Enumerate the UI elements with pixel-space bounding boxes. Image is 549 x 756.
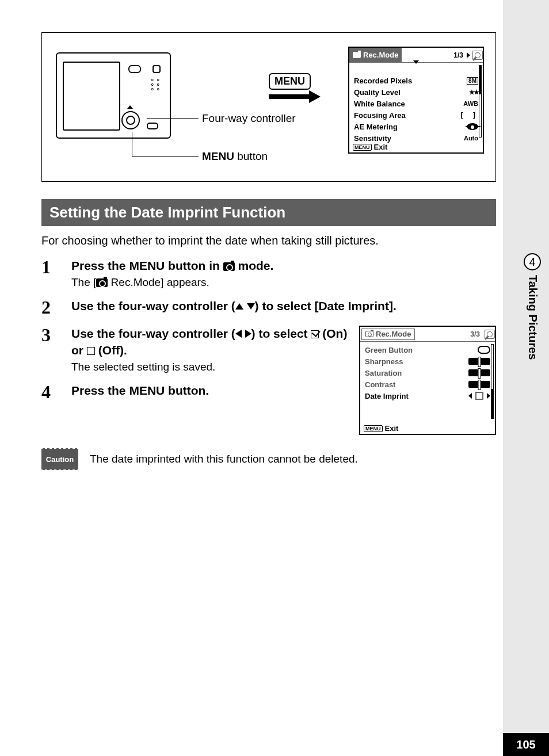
text: Rec.Mode] appears. [108, 276, 209, 288]
step-3: 3 Use the four-way controller ( ) to sel… [41, 326, 348, 373]
step-title: Press the MENU button. [71, 383, 348, 399]
lcd-tab-title: Rec.Mode [363, 51, 398, 59]
chevron-down-icon [413, 60, 419, 72]
text: Press the [71, 384, 129, 397]
label: AE Metering [354, 123, 398, 131]
menu-row-sharpness: Sharpness [365, 356, 490, 367]
lcd-tab-recmode: Rec.Mode [349, 48, 402, 62]
lcd-body: Green Button Sharpness Saturation Contra… [360, 342, 495, 403]
label: Saturation [365, 369, 402, 377]
text: button in [165, 259, 223, 272]
text: ) to select [251, 327, 311, 340]
camera-button-bottom-right [147, 123, 158, 129]
menu-row-focusing-area: Focusing Area [ ] [354, 109, 478, 121]
camera-icon [353, 52, 361, 58]
camera-illustration: ∘∘∘∘∘∘ [56, 52, 171, 139]
left-arrow-icon [468, 393, 472, 399]
checkbox-on-icon [311, 330, 319, 338]
left-arrow-icon [235, 330, 242, 338]
step-1: 1 Press the MENU button in mode. The [ R… [41, 258, 496, 289]
text: button. [165, 384, 209, 397]
camera-screen [63, 62, 120, 131]
dpad-up-icon [127, 105, 133, 109]
menu-row-recorded-pixels: Recorded Pixels 8M [354, 75, 478, 86]
slider-icon [468, 369, 490, 376]
step-4: 4 Press the MENU button. [41, 383, 348, 401]
menu-row-quality-level: Quality Level ★★ [354, 86, 478, 98]
section-tab: 4 Taking Pictures [524, 253, 541, 360]
menu-word: MENU [202, 150, 234, 162]
right-arrow-icon [487, 393, 490, 399]
scrollbar [479, 65, 482, 138]
green-button-icon [478, 346, 490, 354]
menu-row-green-button: Green Button [365, 344, 490, 356]
wrench-icon [474, 51, 482, 59]
slider-icon [468, 358, 490, 365]
page-sidebar: 4 Taking Pictures [503, 0, 549, 756]
label: Sensitivity [354, 134, 391, 143]
lcd-footer: MENU Exit [353, 143, 387, 151]
text: The [ [71, 276, 96, 288]
text: button [234, 150, 268, 162]
scrollbar-thumb [491, 389, 493, 418]
content-area: ∘∘∘∘∘∘ Four-way controller MENU button M… [41, 32, 496, 469]
step-subtext: The selected setting is saved. [71, 361, 348, 373]
menu-badge-icon: MENU [269, 73, 311, 90]
step-title: Use the four-way controller ( ) to selec… [71, 326, 348, 358]
label: Sharpness [365, 357, 403, 366]
step-2: 2 Use the four-way controller ( ) to sel… [41, 298, 496, 316]
checkbox-off-icon [87, 347, 95, 355]
right-arrow-icon [245, 330, 251, 338]
steps-3-4-wrapper: 3 Use the four-way controller ( ) to sel… [41, 326, 496, 435]
menu-row-saturation: Saturation [365, 367, 490, 379]
value: Auto [464, 135, 478, 142]
wrench-icon [486, 330, 494, 338]
label: Focusing Area [354, 111, 406, 120]
value-stars-icon: ★★ [469, 89, 478, 96]
lcd-tab-recmode: Rec.Mode [361, 329, 415, 340]
metering-icon [467, 123, 478, 130]
down-arrow-icon [247, 303, 255, 310]
diagram-box: ∘∘∘∘∘∘ Four-way controller MENU button M… [41, 32, 496, 182]
caution-badge-icon: Caution [41, 449, 78, 469]
arrow-right-icon [269, 91, 321, 102]
text: Press the [71, 259, 129, 272]
label: Quality Level [354, 88, 401, 97]
menu-row-ae-metering: AE Metering [354, 121, 478, 132]
up-arrow-icon [235, 303, 243, 310]
lcd-tab-row: Rec.Mode 3/3 [360, 327, 495, 342]
step-number: 1 [41, 258, 58, 289]
lcd-body: Recorded Pixels 8M Quality Level ★★ Whit… [349, 72, 483, 145]
exit-label: Exit [374, 143, 388, 151]
menu-row-sensitivity: Sensitivity Auto [354, 132, 478, 144]
menu-row-white-balance: White Balance AWB [354, 98, 478, 109]
text: mode. [235, 259, 274, 272]
section-label: Taking Pictures [526, 275, 539, 360]
setup-tab-icon [472, 51, 483, 60]
caution-row: Caution The date imprinted with this fun… [41, 449, 496, 469]
section-number: 4 [524, 253, 541, 270]
menu-badge-small-icon: MENU [353, 144, 372, 151]
text: Use the four-way controller ( [71, 327, 235, 340]
step-title: Use the four-way controller ( ) to selec… [71, 298, 496, 314]
focus-area-icon: [ ] [460, 111, 478, 120]
menu-row-date-imprint: Date Imprint [365, 390, 490, 402]
text: (Off). [95, 343, 127, 357]
setup-tab-icon [485, 330, 495, 339]
section-heading: Setting the Date Imprint Function [41, 199, 496, 226]
label: Contrast [365, 380, 395, 389]
camera-mode-icon [223, 262, 235, 271]
four-way-controller-icon [121, 111, 140, 129]
menu-badge-small-icon: MENU [364, 425, 383, 432]
text: ) to select [Date Imprint]. [255, 299, 396, 312]
steps-list: 1 Press the MENU button in mode. The [ R… [41, 258, 496, 435]
lcd-tab-title: Rec.Mode [376, 330, 411, 338]
menu-row-contrast: Contrast [365, 379, 490, 390]
camera-button-top-left [128, 65, 141, 73]
camera-icon [365, 331, 373, 337]
leader-line [147, 118, 199, 119]
step-number: 2 [41, 298, 58, 316]
leader-line [132, 156, 199, 157]
text: Use the four-way controller ( [71, 299, 235, 312]
step-title: Press the MENU button in mode. [71, 258, 496, 274]
